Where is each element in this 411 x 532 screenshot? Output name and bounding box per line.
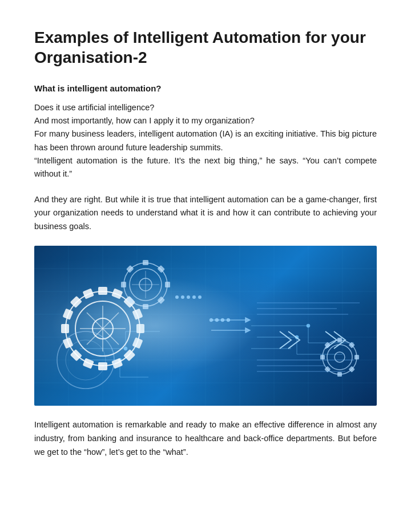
page-title: Examples of Intelligent Automation for y… xyxy=(34,27,377,67)
paragraph-1: Does it use artificial intelligence? And… xyxy=(34,101,377,181)
section-heading: What is intelligent automation? xyxy=(34,83,377,93)
paragraph-3: Intelligent automation is remarkable and… xyxy=(34,418,377,459)
paragraph-2: And they are right. But while it is true… xyxy=(34,193,377,233)
svg-rect-100 xyxy=(34,246,377,406)
automation-image xyxy=(34,246,377,406)
